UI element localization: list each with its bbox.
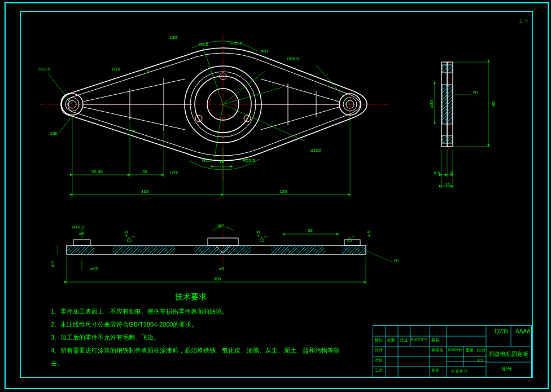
dim-d102: ⌀102 bbox=[311, 148, 321, 153]
dim-ang120b: 120° bbox=[169, 170, 179, 175]
dim-4-5a: 4.5 bbox=[50, 261, 55, 267]
title-block: 标记 处数 分区 更改文件号 签名 设计 标准化 阶段标记 重量 比例 1:1 … bbox=[373, 325, 532, 377]
cad-canvas: ⟂ ▽ bbox=[0, 0, 551, 392]
tb-sheet: 共 张 第 张 bbox=[451, 369, 467, 374]
tb-qty: 处数 bbox=[387, 337, 395, 343]
dim-18: 18 bbox=[219, 159, 224, 164]
tb-proc: 工艺 bbox=[375, 368, 383, 373]
dim-95: 95 bbox=[491, 102, 496, 107]
tb-check: 审核 bbox=[375, 358, 383, 363]
tb-material: Q235 bbox=[495, 328, 508, 334]
tb-partname: 刹盘电机固定板 bbox=[489, 350, 528, 358]
dim-d35: ⌀35 bbox=[429, 100, 434, 108]
datum-symbol: ⟂ ▽ bbox=[519, 17, 528, 24]
tb-doc: 更改文件号 bbox=[410, 337, 427, 342]
tech-req-2: 2、未注线性尺寸公差应符合GB/T1804-2000的要求。 bbox=[51, 320, 198, 329]
tech-req-4: 4、所有需要进行涂装的钢铁制件表面在涂漆前，必须将铁锈、氧化皮、油脂、灰尘、泥土… bbox=[51, 346, 340, 355]
dim-r55b: R55.5 bbox=[287, 56, 299, 61]
dim-15: 15 bbox=[445, 182, 450, 187]
dim-4-5s: 4.5 bbox=[434, 170, 440, 175]
dim-4-5c: 4.5 bbox=[256, 231, 261, 237]
dim-r1b: R1 bbox=[394, 258, 400, 263]
dim-r1-5a: R1.5 bbox=[199, 42, 208, 47]
tech-req-4b: 去。 bbox=[51, 359, 63, 368]
dim-39: 39 bbox=[142, 169, 147, 174]
tb-appr: 批准 bbox=[431, 368, 439, 373]
tb-zone: 分区 bbox=[400, 337, 408, 343]
tb-wt: 重量 bbox=[466, 347, 474, 353]
dim-d30: ⌀30 bbox=[50, 131, 58, 136]
dim-90: 90° bbox=[217, 223, 224, 228]
tech-req-1: 1、零件加工表面上，不应有划痕、擦伤等损伤零件表面的缺陷。 bbox=[51, 307, 228, 316]
tb-company: AAAA bbox=[515, 328, 531, 334]
dim-d9b: ⌀9 bbox=[219, 266, 224, 271]
tech-req-3: 3、加工后的零件不允许有毛刺、飞边。 bbox=[51, 333, 160, 342]
dim-d18-3: ⌀18.3 bbox=[72, 224, 84, 230]
dim-r18: R18 bbox=[112, 67, 120, 72]
dim-6: 6 bbox=[451, 170, 453, 175]
tech-req-title: 技术要求 bbox=[175, 292, 207, 302]
dim-163: 163 bbox=[141, 189, 148, 194]
tb-stage: 阶段标记 bbox=[448, 347, 462, 353]
dim-r1-side: R1 bbox=[473, 90, 479, 95]
dim-r55c: R55.5 bbox=[243, 158, 255, 163]
dim-328: 328 bbox=[213, 276, 221, 281]
dim-126: 126 bbox=[279, 189, 287, 194]
tb-design: 设计 bbox=[375, 347, 383, 353]
dim-rib3b: 3 bbox=[131, 130, 136, 132]
dim-r19-5: R19.5 bbox=[38, 67, 50, 72]
dim-58: 58 bbox=[308, 228, 313, 233]
tb-std: 标准化 bbox=[431, 347, 443, 353]
dim-r55a: R55.5 bbox=[230, 41, 242, 46]
tb-dwgno: 图号 bbox=[502, 365, 512, 373]
tb-scale-lbl: 比例 bbox=[477, 347, 485, 353]
dim-rib3: 3 bbox=[147, 69, 149, 74]
tb-scale: 1:1 bbox=[477, 358, 483, 363]
dim-ang120a: 120° bbox=[169, 35, 179, 40]
dim-4-5b: 4.5 bbox=[124, 231, 129, 237]
dim-52: 52.08 bbox=[91, 169, 103, 174]
dim-r1-5b: R1.5 bbox=[202, 158, 212, 163]
dim-d81: ⌀81 bbox=[261, 49, 269, 54]
dim-4-5d: 4.5 bbox=[366, 231, 371, 237]
dim-d30b: ⌀30 bbox=[90, 266, 98, 271]
tb-sign: 签名 bbox=[431, 337, 439, 343]
tb-marker: 标记 bbox=[375, 337, 383, 343]
dim-d9a: ⌀9 bbox=[79, 231, 84, 236]
